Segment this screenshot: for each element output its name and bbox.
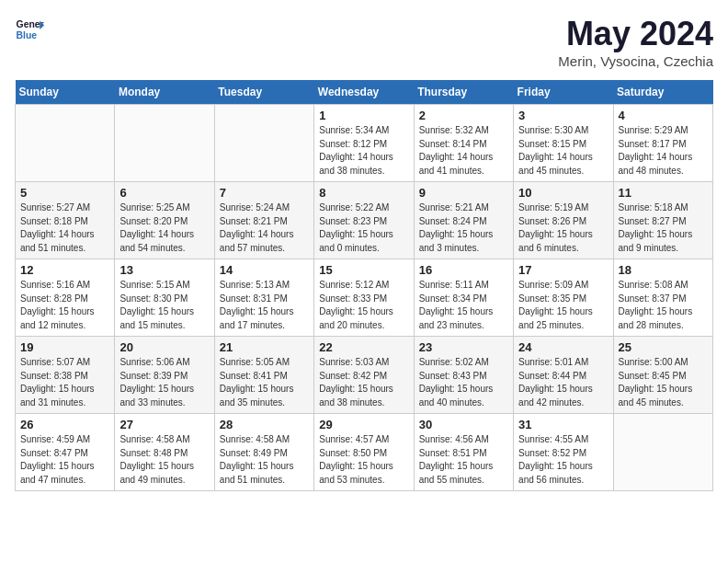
svg-text:Blue: Blue	[17, 30, 38, 40]
day-info: Sunrise: 5:22 AM Sunset: 8:23 PM Dayligh…	[319, 201, 408, 255]
day-number: 19	[20, 340, 109, 354]
calendar-day-cell: 27Sunrise: 4:58 AM Sunset: 8:48 PM Dayli…	[115, 414, 214, 491]
day-info: Sunrise: 5:06 AM Sunset: 8:39 PM Dayligh…	[119, 356, 209, 409]
day-info: Sunrise: 5:01 AM Sunset: 8:44 PM Dayligh…	[518, 356, 608, 409]
calendar-day-cell: 8Sunrise: 5:22 AM Sunset: 8:23 PM Daylig…	[314, 182, 414, 259]
day-info: Sunrise: 5:05 AM Sunset: 8:41 PM Dayligh…	[220, 356, 309, 409]
day-info: Sunrise: 5:07 AM Sunset: 8:38 PM Dayligh…	[20, 356, 109, 409]
weekday-header-saturday: Saturday	[613, 80, 712, 105]
calendar-day-cell: 31Sunrise: 4:55 AM Sunset: 8:52 PM Dayli…	[514, 414, 613, 491]
day-info: Sunrise: 4:58 AM Sunset: 8:49 PM Dayligh…	[220, 433, 309, 487]
calendar-day-cell: 12Sunrise: 5:16 AM Sunset: 8:28 PM Dayli…	[16, 259, 115, 337]
day-number: 3	[518, 109, 608, 122]
calendar-day-cell: 10Sunrise: 5:19 AM Sunset: 8:26 PM Dayli…	[514, 182, 613, 259]
logo: General Blue	[15, 15, 44, 44]
day-number: 16	[419, 263, 508, 277]
day-info: Sunrise: 4:57 AM Sunset: 8:50 PM Dayligh…	[319, 433, 408, 487]
title-block: May 2024 Merin, Vysocina, Czechia	[558, 15, 713, 69]
calendar-day-cell: 21Sunrise: 5:05 AM Sunset: 8:41 PM Dayli…	[214, 337, 313, 414]
weekday-header-monday: Monday	[115, 80, 214, 105]
calendar-day-cell	[214, 105, 313, 182]
day-number: 7	[220, 186, 309, 200]
weekday-header-friday: Friday	[514, 80, 613, 105]
day-info: Sunrise: 5:19 AM Sunset: 8:26 PM Dayligh…	[518, 201, 608, 255]
calendar-day-cell: 15Sunrise: 5:12 AM Sunset: 8:33 PM Dayli…	[314, 259, 414, 337]
weekday-header-sunday: Sunday	[16, 80, 115, 105]
day-info: Sunrise: 4:59 AM Sunset: 8:47 PM Dayligh…	[20, 433, 109, 487]
day-info: Sunrise: 5:08 AM Sunset: 8:37 PM Dayligh…	[619, 279, 708, 332]
calendar-day-cell: 29Sunrise: 4:57 AM Sunset: 8:50 PM Dayli…	[314, 414, 414, 491]
calendar-day-cell: 30Sunrise: 4:56 AM Sunset: 8:51 PM Dayli…	[414, 414, 513, 491]
calendar-day-cell: 28Sunrise: 4:58 AM Sunset: 8:49 PM Dayli…	[214, 414, 313, 491]
calendar-day-cell: 24Sunrise: 5:01 AM Sunset: 8:44 PM Dayli…	[514, 337, 613, 414]
calendar-week-row: 5Sunrise: 5:27 AM Sunset: 8:18 PM Daylig…	[16, 182, 713, 259]
weekday-header-tuesday: Tuesday	[214, 80, 313, 105]
calendar-day-cell: 9Sunrise: 5:21 AM Sunset: 8:24 PM Daylig…	[414, 182, 513, 259]
day-number: 26	[20, 418, 109, 431]
calendar-week-row: 19Sunrise: 5:07 AM Sunset: 8:38 PM Dayli…	[16, 337, 713, 414]
day-info: Sunrise: 4:55 AM Sunset: 8:52 PM Dayligh…	[518, 433, 608, 487]
day-number: 24	[518, 340, 608, 354]
day-info: Sunrise: 4:56 AM Sunset: 8:51 PM Dayligh…	[419, 433, 508, 487]
day-number: 18	[619, 263, 708, 277]
day-info: Sunrise: 5:32 AM Sunset: 8:14 PM Dayligh…	[419, 124, 508, 178]
calendar-day-cell: 20Sunrise: 5:06 AM Sunset: 8:39 PM Dayli…	[115, 337, 214, 414]
calendar-day-cell: 2Sunrise: 5:32 AM Sunset: 8:14 PM Daylig…	[414, 105, 513, 182]
calendar-day-cell: 7Sunrise: 5:24 AM Sunset: 8:21 PM Daylig…	[214, 182, 313, 259]
day-info: Sunrise: 4:58 AM Sunset: 8:48 PM Dayligh…	[119, 433, 209, 487]
day-info: Sunrise: 5:13 AM Sunset: 8:31 PM Dayligh…	[220, 279, 309, 332]
calendar-day-cell: 3Sunrise: 5:30 AM Sunset: 8:15 PM Daylig…	[514, 105, 613, 182]
day-number: 13	[119, 263, 209, 277]
calendar-day-cell	[16, 105, 115, 182]
day-number: 6	[119, 186, 209, 200]
calendar-day-cell: 17Sunrise: 5:09 AM Sunset: 8:35 PM Dayli…	[514, 259, 613, 337]
weekday-header-wednesday: Wednesday	[314, 80, 414, 105]
location: Merin, Vysocina, Czechia	[558, 53, 713, 69]
weekday-header-thursday: Thursday	[414, 80, 513, 105]
day-number: 4	[619, 109, 708, 122]
logo-icon: General Blue	[15, 15, 44, 44]
calendar-day-cell: 14Sunrise: 5:13 AM Sunset: 8:31 PM Dayli…	[214, 259, 313, 337]
day-number: 15	[319, 263, 408, 277]
month-title: May 2024	[558, 15, 713, 53]
calendar-table: SundayMondayTuesdayWednesdayThursdayFrid…	[15, 80, 713, 491]
page-header: General Blue May 2024 Merin, Vysocina, C…	[15, 15, 713, 69]
calendar-day-cell: 5Sunrise: 5:27 AM Sunset: 8:18 PM Daylig…	[16, 182, 115, 259]
calendar-day-cell: 1Sunrise: 5:34 AM Sunset: 8:12 PM Daylig…	[314, 105, 414, 182]
day-info: Sunrise: 5:30 AM Sunset: 8:15 PM Dayligh…	[518, 124, 608, 178]
day-number: 20	[119, 340, 209, 354]
day-number: 10	[518, 186, 608, 200]
day-number: 27	[119, 418, 209, 431]
calendar-day-cell: 25Sunrise: 5:00 AM Sunset: 8:45 PM Dayli…	[613, 337, 712, 414]
day-info: Sunrise: 5:29 AM Sunset: 8:17 PM Dayligh…	[619, 124, 708, 178]
calendar-week-row: 1Sunrise: 5:34 AM Sunset: 8:12 PM Daylig…	[16, 105, 713, 182]
calendar-day-cell: 19Sunrise: 5:07 AM Sunset: 8:38 PM Dayli…	[16, 337, 115, 414]
day-number: 28	[220, 418, 309, 431]
day-info: Sunrise: 5:25 AM Sunset: 8:20 PM Dayligh…	[119, 201, 209, 255]
calendar-day-cell	[613, 414, 712, 491]
day-number: 21	[220, 340, 309, 354]
calendar-week-row: 26Sunrise: 4:59 AM Sunset: 8:47 PM Dayli…	[16, 414, 713, 491]
calendar-day-cell: 6Sunrise: 5:25 AM Sunset: 8:20 PM Daylig…	[115, 182, 214, 259]
calendar-day-cell	[115, 105, 214, 182]
day-number: 30	[419, 418, 508, 431]
calendar-day-cell: 18Sunrise: 5:08 AM Sunset: 8:37 PM Dayli…	[613, 259, 712, 337]
day-info: Sunrise: 5:15 AM Sunset: 8:30 PM Dayligh…	[119, 279, 209, 332]
day-info: Sunrise: 5:11 AM Sunset: 8:34 PM Dayligh…	[419, 279, 508, 332]
day-info: Sunrise: 5:24 AM Sunset: 8:21 PM Dayligh…	[220, 201, 309, 255]
calendar-day-cell: 23Sunrise: 5:02 AM Sunset: 8:43 PM Dayli…	[414, 337, 513, 414]
day-number: 11	[619, 186, 708, 200]
day-number: 12	[20, 263, 109, 277]
day-number: 31	[518, 418, 608, 431]
day-number: 22	[319, 340, 408, 354]
day-number: 8	[319, 186, 408, 200]
calendar-day-cell: 22Sunrise: 5:03 AM Sunset: 8:42 PM Dayli…	[314, 337, 414, 414]
calendar-day-cell: 11Sunrise: 5:18 AM Sunset: 8:27 PM Dayli…	[613, 182, 712, 259]
day-info: Sunrise: 5:16 AM Sunset: 8:28 PM Dayligh…	[20, 279, 109, 332]
day-number: 14	[220, 263, 309, 277]
day-number: 1	[319, 109, 408, 122]
day-info: Sunrise: 5:09 AM Sunset: 8:35 PM Dayligh…	[518, 279, 608, 332]
day-info: Sunrise: 5:00 AM Sunset: 8:45 PM Dayligh…	[619, 356, 708, 409]
day-number: 23	[419, 340, 508, 354]
day-info: Sunrise: 5:34 AM Sunset: 8:12 PM Dayligh…	[319, 124, 408, 178]
